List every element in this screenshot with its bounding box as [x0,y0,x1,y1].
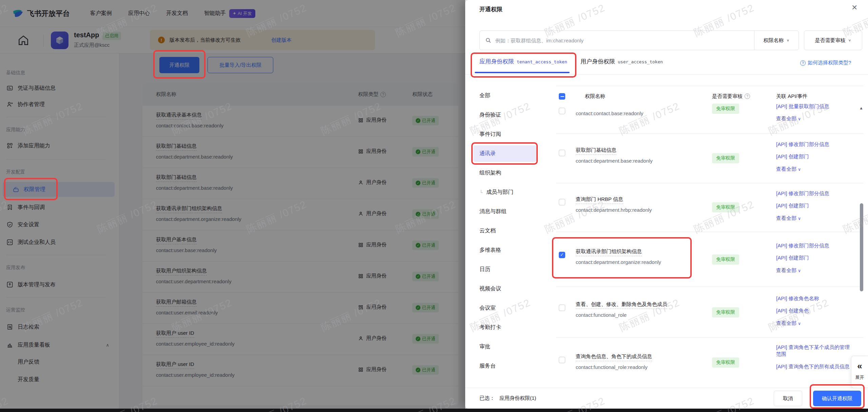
permission-search-group: 权限名称∨ [479,30,799,50]
category-calendar[interactable]: 日历 [473,260,536,279]
help-circle-icon[interactable]: ? [745,94,750,99]
category-all[interactable]: 全部 [473,86,536,105]
category-attendance[interactable]: 考勤打卡 [473,318,536,337]
no-review-badge: 免审权限 [712,104,739,114]
category-video-meeting[interactable]: 视频会议 [473,279,536,298]
tab-app-identity[interactable]: 应用身份权限 tenant_access_token [479,58,567,65]
col-review: 是否需要审核 ? [712,93,750,100]
permission-row: 查询部门 HRBP 信息 contact:department.hrbp:rea… [556,183,863,232]
tree-branch-icon: └ [479,190,483,195]
api-link[interactable]: [API] 查询角色下某个成员的管理范围 [776,344,853,358]
cancel-button[interactable]: 取消 [774,391,802,406]
api-link[interactable]: [API] 创建部门 [776,254,853,261]
permission-row: 获取部门基础信息 contact:department.base:readonl… [556,133,863,183]
active-tab-underline [475,72,570,73]
category-contacts[interactable]: 通讯录 [473,145,536,162]
selected-label: 已选： [479,395,495,401]
open-permissions-drawer: 开通权限 × 权限名称∨ 是否需要审核∨ 应用身份权限 tenant_acces… [465,0,868,409]
permission-row: 查看、创建、修改、删除角色及角色成员 contact:functional_ro… [556,287,863,338]
view-all-link[interactable]: 查看全部 ∨ [776,215,853,222]
scrollbar-thumb[interactable] [860,203,863,291]
tab-user-identity[interactable]: 用户身份权限 user_access_token [580,58,663,65]
view-all-link[interactable]: 查看全部 ∨ [776,115,853,122]
permission-name-block: 获取通讯录部门组织架构信息 contact:department.organiz… [576,248,661,265]
related-api-links: [API] 批量获取部门信息 查看全部 ∨ [776,103,853,122]
api-link[interactable]: [API] 批量获取部门信息 [776,103,853,110]
category-messages-groups[interactable]: 消息与群组 [473,202,536,221]
permission-name-block: 获取部门基础信息 contact:department.base:readonl… [576,147,653,164]
category-members-departments[interactable]: └ 成员与部门 [473,183,536,202]
api-link[interactable]: [API] 创建部门 [776,202,853,209]
category-meeting-room[interactable]: 会议室 [473,298,536,318]
related-api-links: [API] 修改部门部分信息 [API] 创建部门 查看全部 ∨ [776,141,853,172]
search-input[interactable] [495,38,754,43]
expand-panel-toggle[interactable]: « 展开 [851,356,868,388]
permission-row: contact:contact.base:readonly 免审权限 [API]… [556,106,863,133]
category-auth[interactable]: 身份验证 [473,105,536,125]
no-review-badge: 免审权限 [712,357,739,368]
no-review-badge: 免审权限 [712,202,739,212]
category-approval[interactable]: 审批 [473,337,536,356]
api-link[interactable]: [API] 修改部门部分信息 [776,141,853,148]
category-helpdesk[interactable]: 服务台 [473,356,536,376]
feishu-open-platform-page: 飞书开放平台 客户案例 应用中心 开发文档 智能助手 ✦AI 开发 [0,0,868,412]
scrollbar-up-arrow[interactable]: ▲ [859,106,863,110]
permission-name-block: 查询部门 HRBP 信息 contact:department.hrbp:rea… [576,196,652,213]
chevron-down-icon: ∨ [787,38,790,42]
confirm-open-permissions-button[interactable]: 确认开通权限 [813,391,861,406]
col-related-api: 关联 API/事件 [776,93,808,100]
row-checkbox[interactable] [559,150,565,156]
drawer-footer: 已选： 应用身份权限(1) 取消 确认开通权限 [465,388,868,409]
related-api-links: [API] 修改部门部分信息 [API] 创建部门 查看全部 ∨ [776,190,853,222]
col-name: 权限名称 [585,93,605,100]
no-review-badge: 免审权限 [712,254,739,265]
view-all-link[interactable]: 查看全部 ∨ [776,166,853,172]
view-all-link[interactable]: 查看全部 ∨ [776,267,853,274]
category-event-subscription[interactable]: 事件订阅 [473,125,536,144]
category-list: 全部 身份验证 事件订阅 通讯录 组织架构 └ 成员与部门 消息与群组 云文档 … [473,86,536,376]
view-all-link[interactable]: 查看全部 ∨ [776,320,853,327]
row-checkbox[interactable] [559,199,565,205]
api-link[interactable]: [API] 修改部门部分信息 [776,190,853,197]
related-api-links: [API] 修改部门部分信息 [API] 创建部门 查看全部 ∨ [776,242,853,274]
category-bitable[interactable]: 多维表格 [473,241,536,260]
api-link[interactable]: [API] 创建角色 [776,307,853,314]
api-link[interactable]: [API] 修改部门部分信息 [776,242,853,249]
no-review-badge: 免审权限 [712,307,739,317]
related-api-links: [API] 查询角色下某个成员的管理范围 [API] 查询角色下的所有成员信息 [776,344,853,370]
row-checkbox[interactable] [559,108,565,114]
row-checkbox[interactable] [559,357,565,363]
drawer-title: 开通权限 [479,5,502,13]
help-circle-icon: ? [800,60,806,66]
search-icon [485,37,491,43]
category-org-structure[interactable]: 组织架构 [473,163,536,183]
row-checkbox[interactable] [559,305,565,311]
permission-name-block: 查询角色信息、角色下的成员信息 contact:functional_role:… [576,353,652,370]
permission-type-help-link[interactable]: ? 如何选择权限类型? [800,60,851,66]
modal-dim-overlay [0,0,465,412]
selected-value: 应用身份权限(1) [499,395,536,401]
api-link[interactable]: [API] 创建部门 [776,153,853,160]
api-link[interactable]: [API] 查询角色下的所有成员信息 [776,363,853,370]
permission-name-block: 查看、创建、修改、删除角色及角色成员 contact:functional_ro… [576,301,667,318]
select-all-checkbox[interactable] [559,93,565,100]
permission-list: 权限名称 是否需要审核 ? 关联 API/事件 contact:contact.… [556,86,863,388]
permission-row: 查询角色信息、角色下的成员信息 contact:functional_role:… [556,338,863,388]
expand-label: 展开 [855,374,864,380]
chevron-down-icon: ∨ [848,38,851,42]
category-cloud-docs[interactable]: 云文档 [473,221,536,241]
tabs-divider [465,74,868,75]
related-api-links: [API] 修改角色名称 [API] 创建角色 查看全部 ∨ [776,295,853,327]
close-icon[interactable]: × [852,3,857,12]
filter-field-select[interactable]: 权限名称∨ [754,37,798,44]
no-review-badge: 免审权限 [712,153,739,163]
bottom-edge-strip [0,409,868,412]
api-link[interactable]: [API] 修改角色名称 [776,295,853,302]
collapse-left-icon: « [857,362,862,370]
permission-row-selected: 获取通讯录部门组织架构信息 contact:department.organiz… [556,232,863,287]
permission-code: contact:contact.base:readonly [576,110,643,116]
row-checkbox-checked[interactable] [559,252,565,258]
filter-review-select[interactable]: 是否需要审核∨ [804,30,862,50]
